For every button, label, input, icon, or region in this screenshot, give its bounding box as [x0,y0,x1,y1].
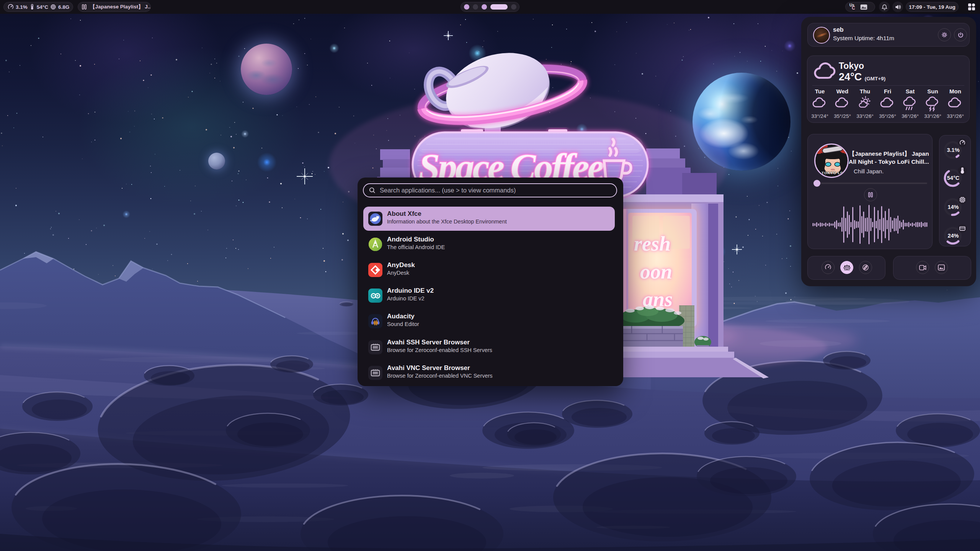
svg-text:14%: 14% [947,204,959,210]
svg-text:24%: 24% [947,233,959,239]
svg-text:3.1%: 3.1% [947,147,959,153]
svg-text:resh: resh [634,232,671,255]
svg-text:oon: oon [640,260,672,283]
svg-text:54°C: 54°C [947,175,960,181]
